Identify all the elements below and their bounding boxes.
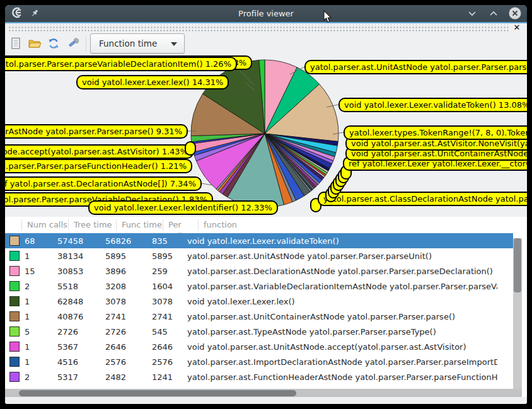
cell-function: yatol.parser.ast.UnitAstNode yatol.parse… — [182, 251, 497, 261]
cell-per_call: 259 — [147, 267, 182, 276]
cell-num_calls: 2 — [20, 282, 52, 291]
cell-per_call: 2576 — [147, 357, 182, 367]
cell-per_call: 2646 — [147, 342, 182, 352]
cell-func_time: 3208 — [100, 282, 147, 291]
cell-per_call: 1604 — [147, 282, 182, 291]
cell-function: yatol.parser.ast.TypeAstNode yatol.parse… — [182, 327, 497, 337]
cell-tree_time: 62848 — [52, 297, 100, 306]
open-folder-icon[interactable] — [26, 35, 43, 52]
table-row-4[interactable]: 16284830783078void yatol.lexer.Lexer.lex… — [5, 294, 513, 309]
titlebar-accent — [5, 22, 527, 23]
close-button[interactable] — [508, 6, 522, 20]
table-row-6[interactable]: 527262726545yatol.parser.ast.TypeAstNode… — [5, 324, 513, 339]
cell-function: yatol.parser.ast.ImportDeclarationAstNod… — [182, 357, 497, 367]
vertical-scrollbar-thumb[interactable] — [514, 238, 521, 292]
pie-label-1: yatol.parser.ast.VariableDeclarationItem… — [5, 57, 237, 71]
table-row-7[interactable]: 1536726462646void yatol.parser.ast.UnitA… — [5, 339, 513, 354]
cell-tree_time: 30853 — [52, 267, 100, 276]
row-color-swatch — [9, 342, 20, 352]
cell-tree_time: 5367 — [52, 342, 100, 352]
pie-label-11: void yatol.lexer.Lexer.lexIdentifier() 1… — [88, 200, 278, 215]
minimize-button[interactable] — [465, 6, 479, 20]
cell-function: yatol.parser.ast.DeclarationAstNode yato… — [182, 267, 497, 276]
cell-func_time: 2646 — [100, 342, 147, 352]
titlebar[interactable]: Profile viewer — [5, 5, 527, 22]
wrench-icon[interactable] — [64, 35, 81, 52]
row-color-swatch — [9, 372, 20, 382]
cell-tree_time: 38134 — [52, 251, 100, 261]
cell-tree_time: 5317 — [52, 372, 100, 382]
table-row-2[interactable]: 15308533896259yatol.parser.ast.Declarati… — [5, 263, 513, 279]
row-color-swatch — [9, 236, 20, 246]
pie-label-12: yatol.lexer.types.TokenRange!(7, 8, 0).T… — [344, 125, 527, 140]
cell-per_call: 2741 — [147, 312, 182, 321]
pie-chart-area: yatol.parser.ast.DeclarationAstNode yato… — [5, 54, 527, 222]
cell-func_time: 2741 — [100, 312, 147, 321]
row-color-swatch — [9, 296, 20, 306]
cell-func_time: 2576 — [100, 357, 147, 367]
metric-dropdown-value: Function time — [99, 38, 157, 49]
cell-tree_time: 2726 — [52, 327, 100, 337]
mouse-cursor — [323, 10, 333, 26]
cell-per_call: 3078 — [147, 297, 182, 306]
cell-num_calls: 1 — [20, 342, 52, 352]
dock-close-icon[interactable]: ✕ — [512, 23, 522, 33]
cell-tree_time: 57458 — [52, 236, 100, 246]
pie-label-8: yatol.parser.ast.FunctionHeaderAstNode y… — [5, 159, 192, 173]
pie-label-4: void yatol.lexer.Lexer.validateToken() 1… — [338, 98, 527, 112]
report-icon[interactable] — [8, 35, 24, 52]
maximize-button[interactable] — [487, 6, 500, 20]
cell-num_calls: 1 — [20, 251, 52, 261]
metric-dropdown[interactable]: Function time — [90, 33, 185, 54]
column-header-tree-time[interactable]: Tree time — [68, 219, 116, 231]
cell-func_time: 2726 — [100, 327, 147, 337]
cell-num_calls: 1 — [20, 297, 52, 306]
pie-label-2: void yatol.lexer.Lexer.lex() 14.31% — [76, 75, 229, 89]
profile-viewer-window: Profile viewer ✕ — [5, 5, 527, 404]
table-row-3[interactable]: 2551832081604yatol.parser.ast.VariableDe… — [5, 279, 513, 294]
table-row-8[interactable]: 1451625762576yatol.parser.ast.ImportDecl… — [5, 354, 513, 369]
profile-table: Num callsTree timeFunc timePer callfunct… — [5, 217, 527, 404]
cell-func_time: 3896 — [100, 267, 147, 276]
table-row-0[interactable]: 685745856826835void yatol.lexer.Lexer.va… — [5, 233, 513, 248]
table-row-1[interactable]: 13813458955895yatol.parser.ast.UnitAstNo… — [5, 248, 513, 263]
row-color-swatch — [9, 251, 20, 261]
row-color-swatch — [9, 311, 20, 321]
cell-func_time: 3078 — [100, 297, 147, 306]
cell-function: void yatol.lexer.Lexer.lex() — [182, 297, 497, 306]
cell-per_call: 835 — [147, 236, 182, 246]
table-header[interactable]: Num callsTree timeFunc timePer callfunct… — [5, 217, 513, 234]
cell-func_time: 56826 — [100, 236, 147, 246]
table-body: 685745856826835void yatol.lexer.Lexer.va… — [5, 233, 513, 384]
cell-function: yatol.parser.ast.UnitContainerAstNode ya… — [182, 312, 497, 321]
row-color-swatch — [9, 357, 20, 367]
toolbar-drag-strip[interactable] — [8, 25, 509, 33]
pie-label-3: yatol.parser.ast.UnitAstNode yatol.parse… — [304, 60, 527, 74]
pie-label-6 — [185, 141, 196, 156]
cell-func_time: 2482 — [100, 372, 147, 382]
column-header-num-calls[interactable]: Num calls — [21, 219, 68, 231]
table-row-9[interactable]: 2531724821241yatol.parser.ast.FunctionHe… — [5, 369, 513, 384]
toolbar-separator — [86, 36, 86, 51]
vertical-scrollbar[interactable] — [513, 238, 522, 389]
column-header-function[interactable]: function — [198, 219, 513, 231]
cell-num_calls: 2 — [20, 372, 52, 382]
cell-function: yatol.parser.ast.FunctionHeaderAstNode y… — [182, 372, 497, 382]
cell-num_calls: 1 — [20, 357, 52, 367]
row-color-swatch — [9, 326, 20, 337]
table-row-5[interactable]: 14087627412741yatol.parser.ast.UnitConta… — [5, 309, 513, 324]
cell-per_call: 545 — [147, 327, 182, 337]
cell-tree_time: 40876 — [52, 312, 100, 321]
cell-per_call: 5895 — [147, 251, 182, 261]
window-title: Profile viewer — [5, 9, 527, 18]
horizontal-scrollbar[interactable] — [5, 389, 522, 397]
cell-func_time: 5895 — [100, 251, 147, 261]
refresh-icon[interactable] — [45, 35, 62, 52]
pie-label-23: yatol.parser.ast.ClassDeclarationAstNode… — [318, 192, 527, 206]
cell-num_calls: 1 — [20, 312, 52, 321]
column-header-func-time[interactable]: Func time — [116, 219, 163, 231]
pie-label-5: yatol.parser.ast.UnitContainerAstNode ya… — [5, 124, 188, 139]
cell-num_calls: 68 — [20, 236, 52, 246]
column-header-per-call[interactable]: Per call — [163, 219, 198, 231]
horizontal-scrollbar-thumb[interactable] — [19, 390, 296, 396]
